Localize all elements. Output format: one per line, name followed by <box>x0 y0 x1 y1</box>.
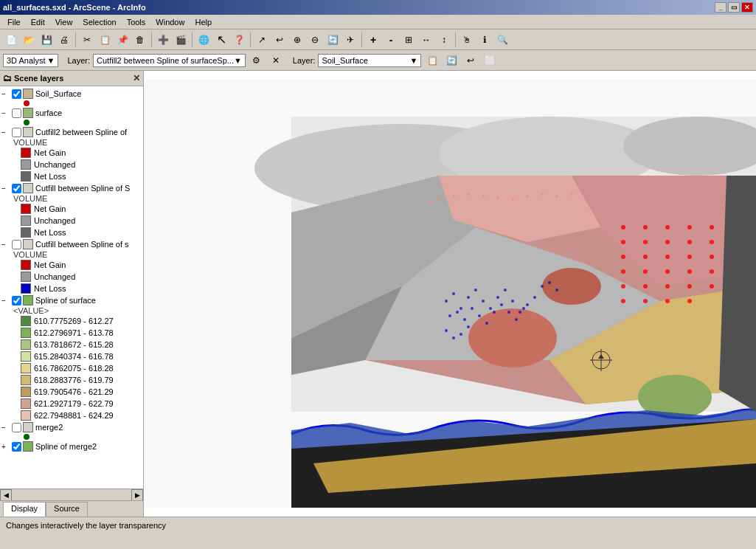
print-button[interactable]: 🖨 <box>56 32 72 48</box>
layer-item-spline-merge2[interactable]: + Spline of merge2 <box>0 441 143 452</box>
layer-item-cutfill-spline5[interactable]: − Cutfill between Spline of S <box>0 182 143 194</box>
layer-item-cutfill-splines[interactable]: − Cutfill between Spline of s <box>0 238 143 250</box>
label-loss2: Net Loss <box>34 228 66 237</box>
expand-soil[interactable]: − <box>1 90 10 98</box>
menu-item-help[interactable]: Help <box>190 16 216 28</box>
3d-scene-button[interactable]: 🎬 <box>173 32 189 48</box>
full-extent-button[interactable]: ⊞ <box>400 32 417 48</box>
minimize-button[interactable]: _ <box>715 2 726 13</box>
checkbox-soil[interactable] <box>12 89 21 99</box>
restore-button[interactable]: ▭ <box>728 2 740 13</box>
globe-button[interactable]: 🌐 <box>195 32 212 48</box>
fixed-zoom-in-button[interactable]: ↔ <box>418 32 434 48</box>
help-button[interactable]: ❓ <box>231 32 247 48</box>
svg-point-23 <box>496 296 499 299</box>
menu-item-file[interactable]: File <box>3 16 25 28</box>
menu-bar: FileEditViewSelectionToolsWindowHelp <box>0 15 756 30</box>
menu-item-selection[interactable]: Selection <box>78 16 120 28</box>
expand-cutfill2[interactable]: − <box>1 128 10 137</box>
zoom-out-button[interactable]: - <box>383 32 399 48</box>
select-button[interactable]: 🖱 <box>459 32 475 48</box>
expand-surface[interactable]: − <box>1 109 10 117</box>
label-sp1: 610.7775269 - 612.27 <box>34 317 114 325</box>
checkbox-cutfill2[interactable] <box>12 128 21 137</box>
menu-item-window[interactable]: Window <box>151 16 189 28</box>
legend-spline-9: 622.7948881 - 624.29 <box>0 410 143 421</box>
layer2-arrow: ▼ <box>410 56 418 65</box>
layer2-btn1[interactable]: 📋 <box>424 52 440 69</box>
layer-item-soil-surface[interactable]: − Soil_Surface <box>0 88 143 100</box>
legend-cutfillss-gain: Net Gain <box>0 259 143 271</box>
tab-display[interactable]: Display <box>3 502 46 517</box>
label-sp2: 612.2796971 - 613.78 <box>34 328 114 337</box>
svg-point-32 <box>471 307 474 310</box>
layer2-btn4[interactable]: ⬜ <box>482 52 498 69</box>
save-button[interactable]: 💾 <box>38 32 55 48</box>
layer-dropdown2[interactable]: Soil_Surface ▼ <box>318 54 421 67</box>
identify-button[interactable]: ℹ <box>476 32 493 48</box>
layer-item-cutfill2[interactable]: − Cutfill2 between Spline of <box>0 126 143 138</box>
checkbox-merge2[interactable] <box>12 423 21 432</box>
menu-item-view[interactable]: View <box>51 16 77 28</box>
checkbox-spline[interactable] <box>12 296 21 305</box>
checkbox-surface[interactable] <box>12 108 21 118</box>
layer-item-spline-surface[interactable]: − Spline of surface <box>0 294 143 306</box>
add-data-button[interactable]: ➕ <box>155 32 171 48</box>
copy-button[interactable]: 📋 <box>97 32 113 48</box>
zoom-in-fixed-button[interactable]: ⊕ <box>289 32 305 48</box>
fixed-zoom-out-button[interactable]: ↕ <box>436 32 452 48</box>
merge2-sub <box>0 433 143 441</box>
pan-back-button[interactable]: ↩ <box>271 32 288 48</box>
soil-icon <box>23 89 33 99</box>
layer2-btn2[interactable]: 🔄 <box>443 52 460 69</box>
scroll-left-button[interactable]: ◀ <box>0 489 12 501</box>
rotate-button[interactable]: 🔄 <box>325 32 341 48</box>
layer-item-merge2[interactable]: − merge2 <box>0 421 143 433</box>
svg-point-68 <box>687 269 692 274</box>
delete-button[interactable]: 🗑 <box>132 32 148 48</box>
expand-cutfill-s[interactable]: − <box>1 184 10 193</box>
menu-item-edit[interactable]: Edit <box>27 16 49 28</box>
close-panel-button[interactable]: ✕ <box>133 73 140 83</box>
open-button[interactable]: 📂 <box>21 32 37 48</box>
menu-item-tools[interactable]: Tools <box>122 16 150 28</box>
expand-spline[interactable]: − <box>1 297 10 305</box>
expand-merge2[interactable]: − <box>1 424 10 432</box>
svg-point-38 <box>515 318 518 321</box>
layer1-settings-btn[interactable]: ⚙ <box>249 52 265 69</box>
checkbox-cutfill-ss[interactable] <box>12 240 21 249</box>
expand-cutfill-ss[interactable]: − <box>1 241 10 249</box>
checkbox-cutfill-s[interactable] <box>12 184 21 193</box>
paste-button[interactable]: 📌 <box>114 32 131 48</box>
close-button[interactable]: ✕ <box>741 2 753 13</box>
cursor-button[interactable]: ↖ <box>213 32 229 48</box>
analyst-dropdown[interactable]: 3D Analyst ▼ <box>3 54 58 67</box>
fly-button[interactable]: ✈ <box>342 32 358 48</box>
swatch-sp6 <box>21 375 31 385</box>
label-sp5: 616.7862075 - 618.28 <box>34 364 114 373</box>
swatch-sp8 <box>21 398 31 409</box>
legend-cutfills-gain: Net Gain <box>0 203 143 215</box>
legend-cutfills-unchanged: Unchanged <box>0 215 143 227</box>
tab-source[interactable]: Source <box>46 502 88 517</box>
panel-horizontal-scrollbar[interactable]: ◀ ▶ <box>0 488 143 500</box>
checkbox-spline-merge2[interactable] <box>12 442 21 452</box>
find-button[interactable]: 🔍 <box>494 32 510 48</box>
layer-dropdown1[interactable]: Cutfill2 between Spline of surfaceSp... … <box>93 54 246 67</box>
layer-item-surface[interactable]: − surface <box>0 107 143 119</box>
layer2-btn3[interactable]: ↩ <box>462 52 479 69</box>
svg-point-40 <box>541 285 544 288</box>
panel-header: 🗂 Scene layers ✕ <box>0 71 143 86</box>
layer1-delete-btn[interactable]: ✕ <box>268 52 284 69</box>
3d-view[interactable] <box>144 71 756 517</box>
cut-button[interactable]: ✂ <box>79 32 95 48</box>
new-button[interactable]: 📄 <box>3 32 19 48</box>
scroll-track[interactable] <box>12 489 131 501</box>
zoom-in-button[interactable]: + <box>365 32 381 48</box>
expand-spline-merge2[interactable]: + <box>1 443 10 451</box>
scroll-right-button[interactable]: ▶ <box>131 489 143 501</box>
panel-title: Scene layers <box>14 74 63 83</box>
zoom-out-fixed-button[interactable]: ⊖ <box>307 32 323 48</box>
navigate-button[interactable]: ↗ <box>254 32 270 48</box>
window-controls[interactable]: _ ▭ ✕ <box>715 2 753 13</box>
